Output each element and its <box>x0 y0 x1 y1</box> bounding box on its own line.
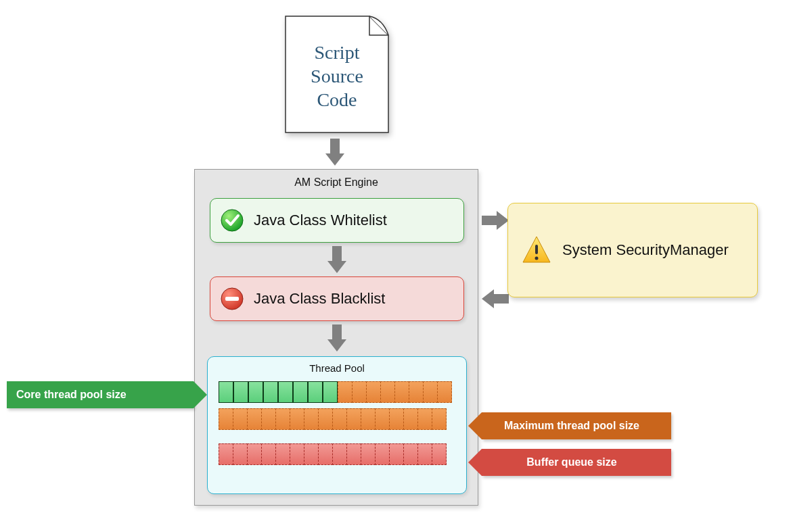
buffer-queue-tag: Buffer queue size <box>482 449 671 476</box>
pool-cell <box>332 408 347 430</box>
pool-cell <box>318 408 333 430</box>
pool-cell <box>247 443 262 465</box>
max-pool-cells-row1 <box>338 381 451 403</box>
pool-cell <box>275 443 290 465</box>
pool-cell <box>318 443 333 465</box>
pool-cell <box>219 381 233 403</box>
pool-cell <box>219 408 233 430</box>
pool-cell <box>417 408 432 430</box>
script-engine-box: AM Script Engine Java Class Whitelist <box>194 169 478 506</box>
pool-cell <box>437 381 452 403</box>
pool-cell <box>389 443 404 465</box>
pool-cell <box>304 408 319 430</box>
pool-cell <box>248 381 263 403</box>
pool-cell <box>338 381 353 403</box>
pool-cell <box>275 408 290 430</box>
svg-point-4 <box>535 257 539 260</box>
pool-cell <box>389 408 404 430</box>
pool-cell <box>308 381 323 403</box>
pool-cell <box>233 408 248 430</box>
max-pool-tag-label: Maximum thread pool size <box>504 420 639 432</box>
buffer-queue-cells <box>219 443 446 465</box>
blacklist-label: Java Class Blacklist <box>254 290 385 308</box>
warning-icon <box>520 234 553 266</box>
svg-rect-3 <box>535 245 538 254</box>
pool-cell <box>403 408 418 430</box>
arrow-right-icon <box>482 211 509 230</box>
whitelist-card: Java Class Whitelist <box>210 198 464 243</box>
pool-cell <box>432 443 447 465</box>
security-manager-label: System SecurityManager <box>562 241 729 259</box>
max-pool-tag: Maximum thread pool size <box>482 412 671 439</box>
blacklist-card: Java Class Blacklist <box>210 276 464 321</box>
pool-cell <box>233 381 248 403</box>
pool-cell <box>361 408 376 430</box>
checkmark-icon <box>220 208 244 233</box>
pool-cell <box>432 408 447 430</box>
pool-cell <box>304 443 319 465</box>
engine-title: AM Script Engine <box>195 176 478 189</box>
no-entry-icon <box>220 287 244 311</box>
arrow-left-icon <box>482 289 509 308</box>
svg-point-0 <box>221 210 243 231</box>
document-line: Source <box>283 64 391 88</box>
core-pool-cells <box>219 381 338 403</box>
pool-cell <box>417 443 432 465</box>
pool-cell <box>332 443 347 465</box>
pool-cell <box>375 443 390 465</box>
pool-cell <box>352 381 367 403</box>
buffer-queue-tag-label: Buffer queue size <box>526 456 616 468</box>
arrow-down-icon <box>327 324 346 352</box>
arrow-down-icon <box>327 246 346 273</box>
pool-cell <box>290 408 304 430</box>
pool-cell <box>233 443 248 465</box>
pool-cell <box>366 381 381 403</box>
document-text: Script Source Code <box>283 41 391 112</box>
core-pool-tag-label: Core thread pool size <box>16 389 127 401</box>
document-line: Code <box>283 88 391 112</box>
pool-cell <box>293 381 308 403</box>
pool-cell <box>409 381 424 403</box>
arrow-down-icon <box>325 139 344 166</box>
pool-cell <box>261 408 276 430</box>
pool-cell <box>380 381 395 403</box>
pool-cell <box>346 443 361 465</box>
pool-cell <box>394 381 409 403</box>
svg-rect-2 <box>225 297 239 301</box>
whitelist-label: Java Class Whitelist <box>254 212 387 229</box>
pool-cell <box>361 443 376 465</box>
pool-cell <box>247 408 262 430</box>
pool-cell <box>278 381 293 403</box>
pool-cell <box>423 381 438 403</box>
pool-cell <box>375 408 390 430</box>
pool-cell <box>261 443 276 465</box>
pool-cell <box>323 381 338 403</box>
thread-pool-box: Thread Pool <box>207 356 467 494</box>
document-line: Script <box>283 41 391 64</box>
security-manager-box: System SecurityManager <box>507 203 758 297</box>
core-pool-tag: Core thread pool size <box>7 381 194 408</box>
script-source-document: Script Source Code <box>283 14 391 135</box>
pool-cell <box>290 443 304 465</box>
max-pool-cells-row2 <box>219 408 446 430</box>
pool-cell <box>263 381 278 403</box>
pool-cell <box>219 443 233 465</box>
diagram-canvas: Script Source Code AM Script Engine Java… <box>0 0 795 532</box>
pool-cell <box>346 408 361 430</box>
thread-pool-title: Thread Pool <box>208 362 466 374</box>
pool-cell <box>403 443 418 465</box>
